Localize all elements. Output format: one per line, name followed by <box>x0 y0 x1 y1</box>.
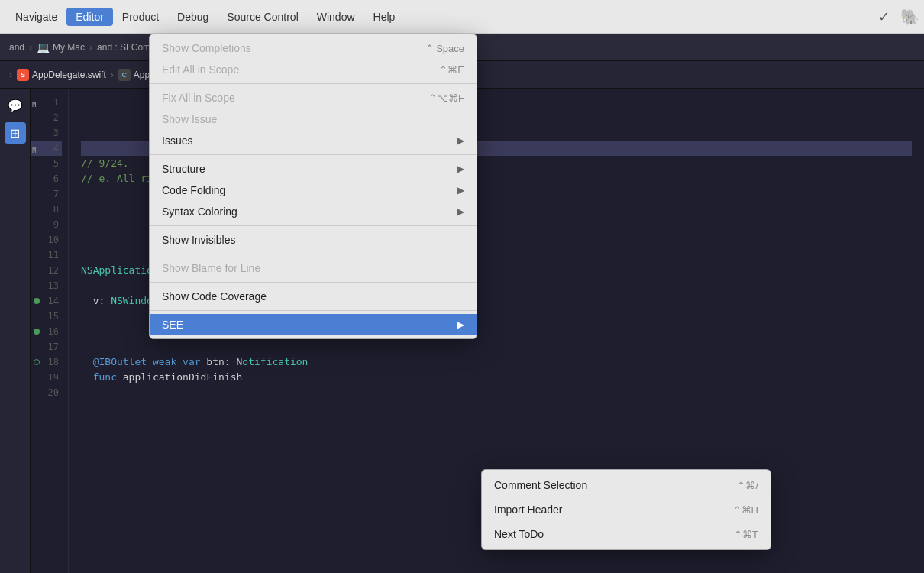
menubar-navigate[interactable]: Navigate <box>6 8 66 26</box>
separator-2 <box>150 154 477 155</box>
line-6: 6 <box>31 171 62 186</box>
menu-code-folding[interactable]: Code Folding ▶ <box>150 180 477 201</box>
menu-structure-arrow: ▶ <box>457 163 464 174</box>
line-3: 3 <box>31 125 62 141</box>
breadcrumb-sep-2: › <box>89 42 92 53</box>
menu-next-todo-label: Next ToDo <box>494 528 544 540</box>
line-9: 9 <box>31 217 62 232</box>
menu-see-arrow: ▶ <box>457 319 464 330</box>
separator-4 <box>150 254 477 254</box>
menu-edit-all-scope-shortcut: ⌃⌘E <box>439 64 464 76</box>
menu-issues[interactable]: Issues ▶ <box>150 130 477 151</box>
line-19: 19 <box>31 370 62 385</box>
menu-syntax-coloring-label: Syntax Coloring <box>162 206 237 218</box>
menubar-editor[interactable]: Editor <box>66 8 113 26</box>
menubar-right-icons: ✓ 🐘 <box>875 8 918 25</box>
menu-syntax-coloring-arrow: ▶ <box>457 206 464 217</box>
menu-issues-arrow: ▶ <box>457 135 464 146</box>
menu-see-label: SEE <box>162 319 183 331</box>
editor-dropdown: Show Completions ⌃ Space Edit All in Sco… <box>149 34 477 339</box>
menu-edit-all-scope-label: Edit All in Scope <box>162 63 239 76</box>
menubar: Navigate Editor Product Debug Source Con… <box>0 0 924 34</box>
line-15: 15 <box>31 309 62 324</box>
menu-edit-all-scope[interactable]: Edit All in Scope ⌃⌘E <box>150 59 477 80</box>
line-13: 13 <box>31 278 62 293</box>
see-submenu: Comment Selection ⌃⌘/ Import Header ⌃⌘H … <box>481 469 771 550</box>
menu-fix-all-scope-shortcut: ⌃⌥⌘F <box>428 92 464 104</box>
menu-code-folding-label: Code Folding <box>162 184 225 196</box>
menubar-source-control[interactable]: Source Control <box>218 8 307 26</box>
breadcrumb-file-icon: S AppDelegate.swift <box>17 69 106 81</box>
menu-fix-all-scope[interactable]: Fix All in Scope ⌃⌥⌘F <box>150 87 477 108</box>
menu-import-header-shortcut: ⌃⌘H <box>733 504 758 516</box>
separator-6 <box>150 310 477 311</box>
line-14: 14 <box>31 293 62 309</box>
menu-show-blame[interactable]: Show Blame for Line <box>150 257 477 279</box>
menu-issues-label: Issues <box>162 134 192 147</box>
menu-show-completions[interactable]: Show Completions ⌃ Space <box>150 37 477 59</box>
menu-import-header[interactable]: Import Header ⌃⌘H <box>482 497 771 522</box>
menu-next-todo[interactable]: Next ToDo ⌃⌘T <box>482 522 771 546</box>
menu-show-completions-label: Show Completions <box>162 42 251 54</box>
menu-show-invisibles[interactable]: Show Invisibles <box>150 229 477 251</box>
menu-show-completions-shortcut: ⌃ Space <box>425 43 464 54</box>
line-7: 7 <box>31 186 62 202</box>
menu-comment-selection[interactable]: Comment Selection ⌃⌘/ <box>482 473 771 497</box>
menubar-product[interactable]: Product <box>113 8 168 26</box>
menu-structure-label: Structure <box>162 163 205 175</box>
line-17: 17 <box>31 339 62 354</box>
left-mini-sidebar: 💬 ⊞ <box>0 89 31 573</box>
line-numbers: M1 2 3 M4 5 6 7 8 9 10 11 12 13 14 15 16… <box>31 89 69 573</box>
checkmark-icon[interactable]: ✓ <box>875 8 892 25</box>
menu-fix-all-scope-label: Fix All in Scope <box>162 92 235 104</box>
line-12: 12 <box>31 263 62 278</box>
separator-1 <box>150 83 477 84</box>
menu-structure[interactable]: Structure ▶ <box>150 158 477 180</box>
menu-import-header-label: Import Header <box>494 503 562 516</box>
line-10: 10 <box>31 232 62 248</box>
line-11: 11 <box>31 248 62 263</box>
menu-next-todo-shortcut: ⌃⌘T <box>734 529 758 540</box>
code-line-19: func applicationDidFinish <box>81 370 912 385</box>
menu-comment-selection-label: Comment Selection <box>494 479 587 491</box>
breadcrumb-sep-1: › <box>29 42 32 53</box>
code-line-20 <box>81 385 912 400</box>
line-18: 18 <box>31 354 62 370</box>
line-5: 5 <box>31 156 62 171</box>
menu-show-code-coverage-label: Show Code Coverage <box>162 290 267 303</box>
breadcrumb-and: and <box>9 42 24 53</box>
breadcrumb-sep-4: › <box>111 70 114 80</box>
menu-syntax-coloring[interactable]: Syntax Coloring ▶ <box>150 201 477 222</box>
menu-comment-selection-shortcut: ⌃⌘/ <box>737 480 758 491</box>
menu-show-invisibles-label: Show Invisibles <box>162 234 236 246</box>
menu-see[interactable]: SEE ▶ <box>150 314 477 335</box>
menubar-window[interactable]: Window <box>308 8 364 26</box>
menu-code-folding-arrow: ▶ <box>457 185 464 196</box>
menu-show-issue-label: Show Issue <box>162 113 217 125</box>
code-line-17 <box>81 339 912 354</box>
line-4: M4 <box>31 141 62 156</box>
menu-show-blame-label: Show Blame for Line <box>162 262 260 274</box>
grid-icon[interactable]: ⊞ <box>5 122 26 144</box>
menu-show-issue[interactable]: Show Issue <box>150 108 477 130</box>
line-8: 8 <box>31 202 62 217</box>
line-2: 2 <box>31 110 62 125</box>
line-1: M1 <box>31 95 62 110</box>
breadcrumb-mymac: 💻 My Mac <box>37 41 85 53</box>
breadcrumb-sep-3: › <box>9 70 12 80</box>
chat-icon[interactable]: 💬 <box>5 95 26 116</box>
menubar-debug[interactable]: Debug <box>168 8 218 26</box>
code-line-18: @IBOutlet weak var btn: Notification <box>81 354 912 370</box>
line-16: 16 <box>31 324 62 339</box>
menubar-help[interactable]: Help <box>364 8 405 26</box>
separator-3 <box>150 225 477 226</box>
line-20: 20 <box>31 385 62 400</box>
menu-show-code-coverage[interactable]: Show Code Coverage <box>150 286 477 307</box>
evernote-icon[interactable]: 🐘 <box>901 8 918 25</box>
separator-5 <box>150 282 477 283</box>
